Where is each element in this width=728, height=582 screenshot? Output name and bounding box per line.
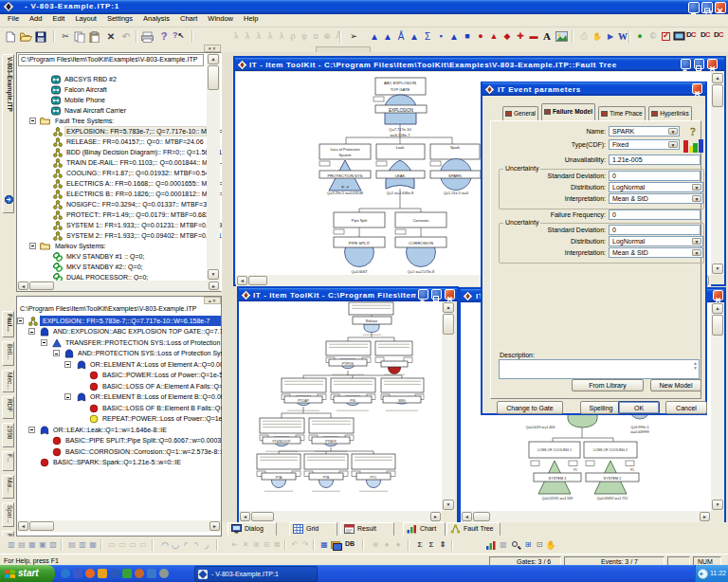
svg-text:PIS: PIS (350, 399, 355, 403)
svg-text:Q=0.01591 w=1.949: Q=0.01591 w=1.949 (542, 497, 573, 500)
svg-text:Pipe Split: Pipe Split (352, 218, 368, 223)
svg-text:w=0.009999: w=0.009999 (630, 430, 649, 434)
svg-text:PROTECTION SYS: PROTECTION SYS (328, 173, 363, 178)
svg-text:PTC: PTC (371, 476, 377, 480)
svg-text:LEAK: LEAK (395, 173, 406, 178)
svg-text:CORROSION: CORROSION (409, 241, 433, 246)
svg-text:Release: Release (366, 319, 378, 323)
svg-text:Spark: Spark (450, 145, 460, 150)
svg-text:P1: P1 (573, 468, 577, 472)
svg-text:LOSS OF COOLING 1: LOSS OF COOLING 1 (537, 448, 572, 452)
svg-text:Q=0.6067: Q=0.6067 (352, 270, 368, 274)
svg-text:SYSTEM 1: SYSTEM 1 (549, 477, 567, 481)
svg-text:PTOAP: PTOAP (298, 399, 309, 403)
svg-text:φ - ρ: φ - ρ (341, 185, 349, 189)
svg-text:PTIP(G): PTIP(G) (342, 362, 354, 366)
svg-text:w=6.158e-7: w=6.158e-7 (390, 133, 410, 137)
svg-text:Q=7.717e-10: Q=7.717e-10 (389, 127, 411, 132)
svg-text:System: System (339, 153, 352, 157)
svg-text:···: ··· (393, 363, 396, 367)
svg-text:Corrosion: Corrosion (413, 218, 429, 223)
svg-text:Q=9.999e-5: Q=9.999e-5 (630, 426, 648, 429)
svg-text:Q=1 w=2.573e-8: Q=1 w=2.573e-8 (408, 270, 434, 274)
svg-text:P1: P1 (630, 468, 634, 472)
svg-text:PTB: PTB (323, 476, 330, 480)
svg-text:Q=1.21e-5 w=0: Q=1.21e-5 w=0 (444, 191, 468, 195)
svg-text:ABC EXPLOSION: ABC EXPLOSION (384, 81, 416, 85)
svg-text:Loss of Protection: Loss of Protection (330, 147, 359, 152)
svg-text:SPARK: SPARK (448, 173, 462, 178)
svg-text:TOP GATE: TOP GATE (391, 87, 410, 92)
svg-text:?: ? (690, 125, 696, 138)
svg-text:Leak: Leak (396, 145, 404, 150)
svg-text:SYSTEM 2: SYSTEM 2 (604, 477, 622, 481)
svg-text:Q=0.0019 w=1.463: Q=0.0019 w=1.463 (526, 426, 555, 429)
svg-text:PT&INOOCP: PT&INOOCP (273, 440, 291, 444)
svg-text:PIPE SPLIT: PIPE SPLIT (349, 241, 371, 246)
svg-text:PTIM R: PTIM R (325, 440, 337, 444)
svg-text:Q=0.09492 w=1.751: Q=0.09492 w=1.751 (597, 497, 628, 500)
svg-text:SRG: SRG (398, 399, 406, 403)
svg-text:LOSS OF COOLING 2: LOSS OF COOLING 2 (593, 448, 628, 452)
svg-text:EXPLOSION: EXPLOSION (389, 108, 413, 113)
svg-text:PTA: PTA (276, 476, 282, 480)
svg-text:Q=3.29e-5 w=0.03148: Q=3.29e-5 w=0.03148 (327, 191, 363, 195)
